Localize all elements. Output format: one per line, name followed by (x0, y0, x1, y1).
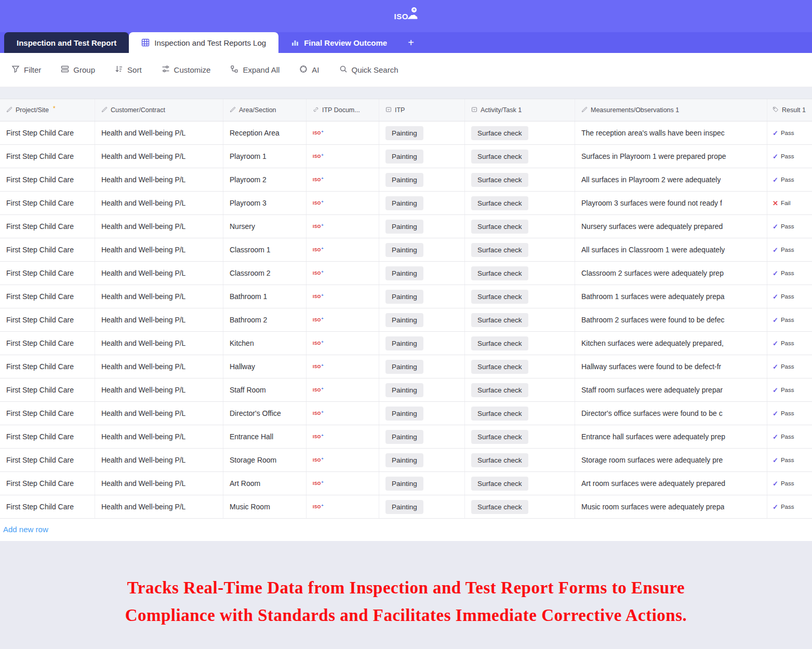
cell-customer-contract[interactable]: Health and Well-being P/L (95, 425, 223, 448)
expand-all-button[interactable]: Expand All (230, 65, 279, 75)
result-badge[interactable]: ✓ Pass (773, 269, 794, 277)
activity-chip[interactable]: Surface check (471, 477, 528, 491)
cell-measurements[interactable]: Playroom 3 surfaces were found not ready… (575, 192, 767, 214)
cell-measurements[interactable]: The reception area's walls have been ins… (575, 121, 767, 144)
table-row[interactable]: First Step Child Care Health and Well-be… (0, 192, 812, 215)
cell-customer-contract[interactable]: Health and Well-being P/L (95, 145, 223, 168)
group-button[interactable]: Group (61, 65, 95, 75)
cell-measurements[interactable]: Bathroom 2 surfaces were found to be def… (575, 308, 767, 331)
itp-document-icon[interactable]: ISO+ (313, 154, 324, 159)
cell-result[interactable]: ✓ Pass (767, 145, 812, 168)
cell-project-site[interactable]: First Step Child Care (0, 449, 95, 471)
cell-activity-task[interactable]: Surface check (465, 262, 575, 285)
result-badge[interactable]: ✓ Pass (773, 363, 794, 371)
cell-result[interactable]: ✓ Pass (767, 378, 812, 401)
table-row[interactable]: First Step Child Care Health and Well-be… (0, 472, 812, 495)
cell-measurements[interactable]: Staff room surfaces were adequately prep… (575, 378, 767, 401)
cell-customer-contract[interactable]: Health and Well-being P/L (95, 238, 223, 261)
cell-area-section[interactable]: Playroom 1 (223, 145, 307, 168)
cell-itp[interactable]: Painting (379, 215, 465, 238)
cell-result[interactable]: ✓ Pass (767, 495, 812, 518)
cell-project-site[interactable]: First Step Child Care (0, 168, 95, 191)
table-row[interactable]: First Step Child Care Health and Well-be… (0, 332, 812, 355)
itp-chip[interactable]: Painting (385, 360, 423, 374)
itp-chip[interactable]: Painting (385, 290, 423, 304)
cell-customer-contract[interactable]: Health and Well-being P/L (95, 215, 223, 238)
table-row[interactable]: First Step Child Care Health and Well-be… (0, 262, 812, 285)
cell-itp[interactable]: Painting (379, 425, 465, 448)
cell-activity-task[interactable]: Surface check (465, 238, 575, 261)
cell-itp[interactable]: Painting (379, 192, 465, 214)
customize-button[interactable]: Customize (162, 65, 211, 75)
itp-chip[interactable]: Painting (385, 336, 423, 350)
itp-document-icon[interactable]: ISO+ (313, 481, 324, 486)
cell-measurements[interactable]: All surfaces in Playroom 2 were adequate… (575, 168, 767, 191)
result-badge[interactable]: ✓ Pass (773, 316, 794, 324)
cell-customer-contract[interactable]: Health and Well-being P/L (95, 402, 223, 425)
cell-result[interactable]: ✓ Pass (767, 285, 812, 308)
cell-itp[interactable]: Painting (379, 355, 465, 378)
cell-project-site[interactable]: First Step Child Care (0, 355, 95, 378)
activity-chip[interactable]: Surface check (471, 290, 528, 304)
cell-result[interactable]: ✓ Pass (767, 425, 812, 448)
cell-itp[interactable]: Painting (379, 262, 465, 285)
cell-activity-task[interactable]: Surface check (465, 121, 575, 144)
cell-itp[interactable]: Painting (379, 472, 465, 495)
cell-itp[interactable]: Painting (379, 378, 465, 401)
cell-activity-task[interactable]: Surface check (465, 332, 575, 355)
add-tab-button[interactable]: + (400, 32, 422, 53)
cell-area-section[interactable]: Entrance Hall (223, 425, 307, 448)
cell-itp-document[interactable]: ISO+ (307, 449, 379, 471)
itp-chip[interactable]: Painting (385, 266, 423, 280)
cell-area-section[interactable]: Staff Room (223, 378, 307, 401)
result-badge[interactable]: ✓ Pass (773, 340, 794, 347)
result-badge[interactable]: ✓ Pass (773, 480, 794, 488)
itp-chip[interactable]: Painting (385, 477, 423, 491)
activity-chip[interactable]: Surface check (471, 196, 528, 210)
cell-customer-contract[interactable]: Health and Well-being P/L (95, 308, 223, 331)
activity-chip[interactable]: Surface check (471, 430, 528, 444)
itp-chip[interactable]: Painting (385, 150, 423, 164)
column-header-itp[interactable]: ITP (379, 99, 465, 121)
cell-project-site[interactable]: First Step Child Care (0, 332, 95, 355)
itp-chip[interactable]: Painting (385, 196, 423, 210)
cell-activity-task[interactable]: Surface check (465, 285, 575, 308)
cell-area-section[interactable]: Art Room (223, 472, 307, 495)
cell-area-section[interactable]: Bathroom 1 (223, 285, 307, 308)
cell-measurements[interactable]: Surfaces in Playroom 1 were prepared pro… (575, 145, 767, 168)
itp-document-icon[interactable]: ISO+ (313, 458, 324, 463)
table-row[interactable]: First Step Child Care Health and Well-be… (0, 402, 812, 425)
activity-chip[interactable]: Surface check (471, 313, 528, 327)
cell-itp-document[interactable]: ISO+ (307, 192, 379, 214)
result-badge[interactable]: ✓ Pass (773, 153, 794, 160)
cell-activity-task[interactable]: Surface check (465, 449, 575, 471)
itp-document-icon[interactable]: ISO+ (313, 341, 324, 346)
cell-customer-contract[interactable]: Health and Well-being P/L (95, 121, 223, 144)
cell-measurements[interactable]: Director's office surfaces were found to… (575, 402, 767, 425)
itp-chip[interactable]: Painting (385, 383, 423, 397)
cell-activity-task[interactable]: Surface check (465, 215, 575, 238)
table-row[interactable]: First Step Child Care Health and Well-be… (0, 145, 812, 168)
cell-project-site[interactable]: First Step Child Care (0, 425, 95, 448)
result-badge[interactable]: ✓ Pass (773, 293, 794, 301)
activity-chip[interactable]: Surface check (471, 360, 528, 374)
cell-project-site[interactable]: First Step Child Care (0, 495, 95, 518)
table-row[interactable]: First Step Child Care Health and Well-be… (0, 378, 812, 402)
cell-result[interactable]: ✓ Pass (767, 355, 812, 378)
result-badge[interactable]: ✓ Pass (773, 456, 794, 464)
activity-chip[interactable]: Surface check (471, 150, 528, 164)
cell-result[interactable]: ✓ Pass (767, 402, 812, 425)
cell-itp[interactable]: Painting (379, 285, 465, 308)
cell-itp[interactable]: Painting (379, 449, 465, 471)
cell-area-section[interactable]: Hallway (223, 355, 307, 378)
table-row[interactable]: First Step Child Care Health and Well-be… (0, 449, 812, 472)
itp-document-icon[interactable]: ISO+ (313, 131, 324, 136)
itp-document-icon[interactable]: ISO+ (313, 248, 324, 252)
column-header-measurements-observations[interactable]: Measurements/Observations 1 (575, 99, 767, 121)
activity-chip[interactable]: Surface check (471, 220, 528, 234)
cell-measurements[interactable]: Storage room surfaces were adequately pr… (575, 449, 767, 471)
column-header-activity-task[interactable]: Activity/Task 1 (465, 99, 575, 121)
itp-document-icon[interactable]: ISO+ (313, 364, 324, 369)
cell-itp[interactable]: Painting (379, 332, 465, 355)
cell-customer-contract[interactable]: Health and Well-being P/L (95, 449, 223, 471)
